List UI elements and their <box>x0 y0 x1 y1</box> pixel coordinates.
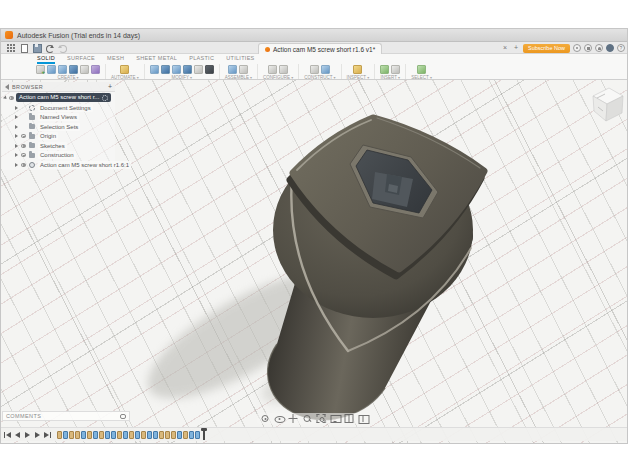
timeline-feature-icon[interactable] <box>195 431 200 439</box>
navbar-icon[interactable] <box>289 414 298 423</box>
expand-arrow-icon[interactable] <box>15 106 18 110</box>
insert-mesh-icon[interactable] <box>380 65 389 74</box>
timeline-feature-icon[interactable] <box>105 431 110 439</box>
expand-arrow-icon[interactable] <box>15 163 18 167</box>
joint-icon[interactable] <box>239 65 248 74</box>
timeline-feature-icon[interactable] <box>123 431 128 439</box>
construction-plane-icon[interactable] <box>310 65 319 74</box>
go-to-end-button[interactable] <box>44 431 51 439</box>
new-component-icon[interactable] <box>36 65 45 74</box>
pipe-icon[interactable] <box>91 65 100 74</box>
timeline-feature-icon[interactable] <box>165 431 170 439</box>
go-to-start-button[interactable] <box>4 431 11 439</box>
ribbon-tab[interactable]: MESH <box>107 55 124 64</box>
visibility-eye-icon[interactable] <box>9 96 14 100</box>
expand-arrow-icon[interactable] <box>15 115 18 119</box>
quick-access-icon[interactable] <box>32 43 41 52</box>
expand-arrow-icon[interactable] <box>15 153 18 157</box>
assemble-new-component-icon[interactable] <box>228 65 237 74</box>
collapse-panel-icon[interactable] <box>5 84 9 90</box>
automate-icon[interactable] <box>120 65 129 74</box>
timeline-feature-icon[interactable] <box>159 431 164 439</box>
timeline-feature-icon[interactable] <box>153 431 158 439</box>
timeline-position-marker[interactable] <box>203 429 205 440</box>
step-back-button[interactable] <box>14 431 21 439</box>
titlebar-icon[interactable] <box>584 44 592 52</box>
browser-item[interactable]: Sketches <box>2 141 115 151</box>
timeline-feature-icon[interactable] <box>81 431 86 439</box>
press-pull-icon[interactable] <box>150 65 159 74</box>
timeline-feature-icon[interactable] <box>69 431 74 439</box>
comments-bar[interactable]: COMMENTS <box>2 411 130 421</box>
quick-access-icon[interactable] <box>45 43 54 52</box>
browser-root-row[interactable]: Action cam M5 screw short r... <box>2 92 115 103</box>
timeline-feature-icon[interactable] <box>75 431 80 439</box>
timeline-feature-icon[interactable] <box>177 431 182 439</box>
document-tab[interactable]: Action cam M5 screw short r1.6 v1* <box>258 43 382 54</box>
visibility-eye-icon[interactable] <box>21 134 26 138</box>
navbar-icon[interactable] <box>345 414 354 423</box>
ribbon-tab[interactable]: SURFACE <box>67 55 95 64</box>
split-body-icon[interactable] <box>194 65 203 74</box>
canvas-icon[interactable] <box>391 65 400 74</box>
timeline-feature-icon[interactable] <box>93 431 98 439</box>
navbar-icon[interactable] <box>275 414 284 423</box>
timeline-feature-icon[interactable] <box>147 431 152 439</box>
browser-item[interactable]: Construction <box>2 151 115 161</box>
combine-icon[interactable] <box>183 65 192 74</box>
browser-item[interactable]: Named Views <box>2 113 115 123</box>
titlebar-icon[interactable] <box>606 44 614 52</box>
view-cube[interactable] <box>585 83 625 127</box>
root-document-pill[interactable]: Action cam M5 screw short r... <box>16 93 111 102</box>
construction-axis-icon[interactable] <box>321 65 330 74</box>
select-icon[interactable] <box>417 65 426 74</box>
ribbon-tab[interactable]: UTILITIES <box>226 55 254 64</box>
sphere-icon[interactable] <box>69 65 78 74</box>
timeline-feature-icon[interactable] <box>189 431 194 439</box>
titlebar-icon[interactable] <box>573 44 581 52</box>
browser-header-icon[interactable]: + <box>108 83 112 90</box>
timeline-feature-icon[interactable] <box>117 431 122 439</box>
configuration-table-icon[interactable] <box>268 65 277 74</box>
ribbon-tab[interactable]: SOLID <box>37 55 55 64</box>
close-tab-button[interactable]: × <box>501 44 509 52</box>
timeline-feature-icon[interactable] <box>135 431 140 439</box>
timeline-feature-icon[interactable] <box>63 431 68 439</box>
measure-icon[interactable] <box>353 65 362 74</box>
play-button[interactable] <box>24 431 31 439</box>
timeline-feature-icon[interactable] <box>111 431 116 439</box>
browser-item[interactable]: Document Settings <box>2 103 115 113</box>
ribbon-tab[interactable]: SHEET METAL <box>136 55 177 64</box>
coil-icon[interactable] <box>80 65 89 74</box>
navbar-icon[interactable] <box>331 414 340 423</box>
ribbon-tab[interactable]: PLASTIC <box>189 55 214 64</box>
navbar-icon[interactable] <box>317 414 326 423</box>
quick-access-icon[interactable] <box>6 43 15 52</box>
titlebar-icon[interactable] <box>595 44 603 52</box>
timeline-feature-icon[interactable] <box>171 431 176 439</box>
timeline-feature-icon[interactable] <box>141 431 146 439</box>
expand-arrow-icon[interactable] <box>15 144 18 148</box>
navbar-icon[interactable] <box>303 414 312 423</box>
timeline-feature-icon[interactable] <box>57 431 62 439</box>
navbar-icon[interactable] <box>261 414 270 423</box>
visibility-eye-icon[interactable] <box>21 163 26 167</box>
visibility-eye-icon[interactable] <box>21 144 26 148</box>
timeline-feature-icon[interactable] <box>183 431 188 439</box>
browser-item[interactable]: Action cam M5 screw short r1.6:1 <box>2 160 115 170</box>
timeline-feature-icon[interactable] <box>129 431 134 439</box>
new-tab-button[interactable]: + <box>512 44 520 52</box>
expand-arrow-icon[interactable] <box>15 125 18 129</box>
visibility-eye-icon[interactable] <box>21 153 26 157</box>
quick-access-icon[interactable] <box>19 43 28 52</box>
configure-icon[interactable] <box>279 65 288 74</box>
gear-icon[interactable] <box>102 95 108 101</box>
fillet-icon[interactable] <box>161 65 170 74</box>
box-icon[interactable] <box>47 65 56 74</box>
timeline-feature-icon[interactable] <box>99 431 104 439</box>
cylinder-icon[interactable] <box>58 65 67 74</box>
viewport-canvas[interactable]: BROWSER + Action cam M5 screw short r... <box>1 80 627 443</box>
step-forward-button[interactable] <box>34 431 41 439</box>
expand-arrow-icon[interactable] <box>3 95 8 100</box>
shell-icon[interactable] <box>172 65 181 74</box>
